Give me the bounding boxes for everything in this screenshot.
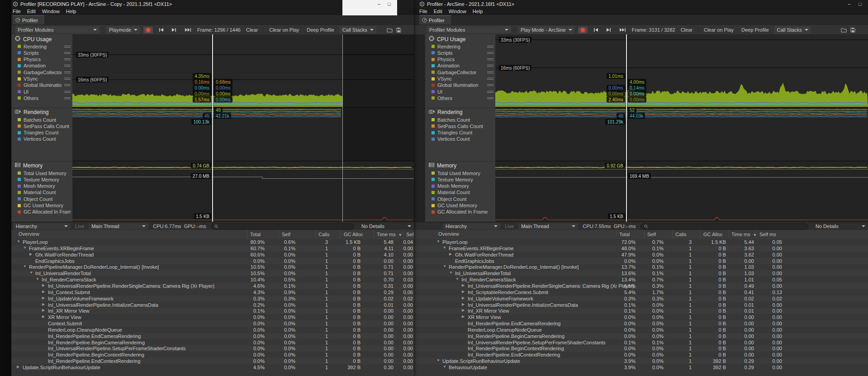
- save-profile-icon[interactable]: [850, 28, 855, 33]
- legend-item-ui[interactable]: UI: [18, 89, 71, 95]
- table-row[interactable]: Inl_RenderPipeline.BeginCameraRendering0…: [11, 339, 414, 346]
- drag-handle-icon[interactable]: [64, 83, 71, 87]
- menu-help[interactable]: Help: [66, 9, 76, 14]
- charts-region[interactable]: CPU UsageRenderingScriptsPhysicsAnimatio…: [409, 34, 868, 222]
- drag-handle-icon[interactable]: [487, 45, 493, 48]
- bg-minimize-icon[interactable]: −: [378, 1, 380, 7]
- load-profile-icon[interactable]: [841, 28, 847, 33]
- drag-handle-icon[interactable]: [64, 77, 71, 81]
- drag-handle-icon[interactable]: [487, 96, 493, 100]
- legend-item-triangles-count[interactable]: Triangles Count: [432, 130, 493, 136]
- save-profile-icon[interactable]: [396, 28, 401, 33]
- live-toggle[interactable]: Live: [75, 224, 84, 229]
- table-row[interactable]: ▼Inl_RenderCameraStack13.4%0.7%10 B1.010…: [409, 276, 868, 283]
- table-row[interactable]: ▶Inl_ScriptableRenderContext.Submit5.4%1…: [409, 289, 868, 295]
- collapse-arrow-icon[interactable]: ▼: [449, 271, 453, 275]
- legend-item-ui[interactable]: UI: [432, 89, 493, 95]
- menu-edit[interactable]: Edit: [434, 9, 442, 14]
- profiler-modules-dropdown[interactable]: Profiler Modules: [15, 26, 100, 33]
- deep-profile-button[interactable]: Deep Profile: [304, 26, 337, 33]
- legend-item-physics[interactable]: Physics: [18, 57, 71, 62]
- current-frame-button[interactable]: [182, 27, 194, 33]
- attach-target-dropdown[interactable]: Play Mode - ArcSine: [518, 26, 575, 33]
- legend-item-material-count[interactable]: Material Count: [432, 190, 493, 195]
- expand-arrow-icon[interactable]: ▶: [42, 302, 45, 306]
- column-header-time-ms[interactable]: Time ms▼: [374, 230, 402, 239]
- legend-item-texture-memory[interactable]: Texture Memory: [18, 176, 71, 182]
- tab-profiler[interactable]: Profiler: [13, 15, 44, 24]
- view-mode-dropdown[interactable]: Hierarchy: [13, 223, 71, 229]
- collapse-arrow-icon[interactable]: ▼: [443, 365, 446, 369]
- collapse-arrow-icon[interactable]: ▼: [436, 358, 440, 362]
- collapse-arrow-icon[interactable]: ▼: [23, 264, 27, 268]
- expand-arrow-icon[interactable]: ▶: [462, 283, 465, 287]
- legend-item-setpass-calls-count[interactable]: SetPass Calls Count: [432, 123, 493, 129]
- table-row[interactable]: Inl_UniversalRenderPipeline.SetupPerFram…: [409, 339, 868, 346]
- charts-region[interactable]: CPU UsageRenderingScriptsPhysicsAnimatio…: [11, 34, 414, 222]
- call-stacks-dropdown[interactable]: Call Stacks: [340, 26, 376, 33]
- expand-arrow-icon[interactable]: ▶: [462, 302, 465, 306]
- table-row[interactable]: ▼FrameEvents.XRBeginFrame60.7%0.1%10 B4.…: [11, 245, 414, 252]
- table-row[interactable]: Inl_RenderPipeline.EndContextRendering0.…: [409, 352, 868, 358]
- maximize-icon[interactable]: □: [859, 1, 862, 7]
- table-row[interactable]: Inl_RenderPipeline.BeginCameraRendering0…: [409, 333, 868, 339]
- table-row[interactable]: ▶XR Mirror View0.0%0.0%10 B0.000.00: [409, 314, 868, 320]
- legend-item-gc-allocated-in-frame[interactable]: GC Allocated In Frame: [432, 209, 493, 215]
- collapse-arrow-icon[interactable]: ▼: [443, 246, 446, 250]
- legend-item-scripts[interactable]: Scripts: [18, 50, 71, 56]
- minimize-icon[interactable]: −: [848, 1, 850, 7]
- legend-item-garbagecollector[interactable]: GarbageCollector: [18, 69, 71, 75]
- column-header-gc-alloc[interactable]: GC Alloc: [700, 230, 723, 239]
- legend-item-vsync[interactable]: VSync: [432, 76, 493, 82]
- column-header-time-ms[interactable]: Time ms▼: [728, 230, 757, 239]
- menu-window[interactable]: Window: [42, 9, 60, 14]
- legend-item-physics[interactable]: Physics: [432, 57, 493, 62]
- menu-file[interactable]: File: [13, 9, 21, 14]
- legend-item-gc-used-memory[interactable]: GC Used Memory: [432, 203, 493, 209]
- expand-arrow-icon[interactable]: ▶: [42, 290, 45, 294]
- legend-item-global-illumination[interactable]: Global Illumination: [18, 82, 71, 88]
- chart-plot[interactable]: 33ms (30FPS)16ms (60FPS)4.35ms0.16ms0.68…: [72, 34, 414, 222]
- drag-handle-icon[interactable]: [487, 90, 493, 94]
- column-header-self[interactable]: Self: [644, 230, 656, 239]
- clear-button[interactable]: Clear: [244, 26, 260, 33]
- table-row[interactable]: ▶Inl_UniversalRenderPipeline.InitializeC…: [409, 302, 868, 308]
- table-row[interactable]: ▼BehaviourUpdate3.9%0.0%1392 B0.290.00: [409, 364, 868, 371]
- selected-frame-playhead[interactable]: [626, 34, 627, 222]
- table-row[interactable]: ▶XR Mirror View0.0%0.0%10 B0.000.00: [11, 314, 414, 320]
- drag-handle-icon[interactable]: [487, 51, 493, 55]
- load-profile-icon[interactable]: [387, 28, 393, 33]
- collapse-arrow-icon[interactable]: ▼: [23, 246, 27, 250]
- legend-item-others[interactable]: Others: [432, 95, 493, 101]
- column-header-calls[interactable]: Calls: [315, 230, 329, 239]
- expand-arrow-icon[interactable]: ▶: [42, 308, 45, 312]
- column-header-calls[interactable]: Calls: [672, 230, 686, 239]
- table-row[interactable]: ▶Inl_XR Mirror View0.1%0.0%10 B0.010.00: [409, 308, 868, 314]
- table-row[interactable]: Inl_RenderPipeline.EndCameraRendering0.0…: [11, 333, 414, 339]
- table-row[interactable]: ▼PlayerLoop72.0%0.7%31.5 KB5.440.05: [409, 239, 868, 245]
- table-row[interactable]: ▼FrameEvents.XRBeginFrame48.0%0.1%10 B3.…: [409, 245, 868, 252]
- expand-arrow-icon[interactable]: ▶: [42, 314, 45, 319]
- table-row[interactable]: Inl_RenderPipeline.EndCameraRendering0.0…: [409, 320, 868, 327]
- drag-handle-icon[interactable]: [64, 71, 71, 74]
- legend-item-texture-memory[interactable]: Texture Memory: [432, 176, 493, 182]
- table-row[interactable]: ▼Inl_UniversalRenderTotal13.6%0.1%10 B1.…: [409, 270, 868, 276]
- expand-arrow-icon[interactable]: ▶: [17, 365, 19, 369]
- collapse-arrow-icon[interactable]: ▼: [443, 264, 446, 268]
- expand-arrow-icon[interactable]: ▶: [462, 308, 465, 312]
- table-row[interactable]: ▼RenderPipelineManager.DoRenderLoop_Inte…: [11, 264, 414, 270]
- legend-item-garbagecollector[interactable]: GarbageCollector: [432, 69, 493, 75]
- legend-item-mesh-memory[interactable]: Mesh Memory: [432, 183, 493, 189]
- record-button[interactable]: [578, 27, 588, 33]
- table-row[interactable]: ▶Inl_UpdateVolumeFramework0.3%0.3%10 B0.…: [409, 295, 868, 302]
- legend-item-scripts[interactable]: Scripts: [432, 50, 493, 56]
- titlebar[interactable]: Profiler - ArcSine - 2021.2.16f1 <DX11> …: [409, 0, 868, 8]
- column-header-overview[interactable]: Overview: [438, 231, 459, 237]
- thread-dropdown[interactable]: Main Thread: [89, 223, 148, 229]
- collapse-arrow-icon[interactable]: ▼: [455, 277, 459, 281]
- expand-arrow-icon[interactable]: ▶: [462, 290, 465, 294]
- tab-profiler[interactable]: Profiler: [419, 15, 451, 24]
- table-row[interactable]: ▶Inl_UniversalRenderPipeline.RenderSingl…: [409, 283, 868, 289]
- expand-arrow-icon[interactable]: ▶: [42, 296, 45, 300]
- table-row[interactable]: ▶Gfx.WaitForRenderThread60.6%0.0%10 B4.1…: [11, 252, 414, 258]
